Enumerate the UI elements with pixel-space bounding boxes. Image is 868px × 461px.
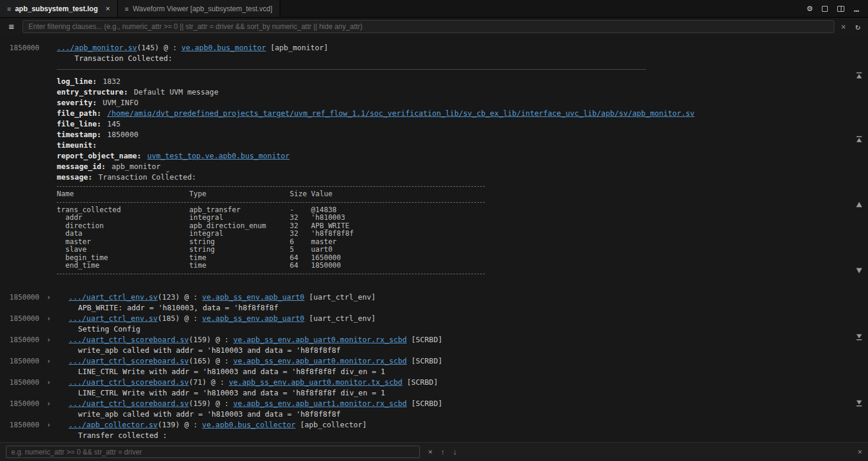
component-tag: [SCRBD] [407,378,438,387]
table-row: addrintegral32'h810003 [57,214,868,222]
log-entry: 1850000› .../apb_collector.sv(139) @ : v… [0,420,868,441]
component-tag: [apb_monitor] [270,43,328,52]
detail-row: entry_structure:Default UVM message [57,87,868,98]
spacer [0,278,868,292]
scroll-to-top-icon[interactable] [855,71,863,79]
entry-header: .../uart_ctrl_scoreboard.sv(165) @ : ve.… [69,356,868,366]
table-row: slavestring5uart0 [57,246,868,254]
chevron-right-icon[interactable]: › [47,313,51,335]
detail-row: message_id:apb_monitor [57,161,868,172]
entry-details: log_line:1832 entry_structure:Default UV… [57,76,868,183]
chevron-right-icon[interactable]: › [47,356,51,377]
table-row: dataintegral32'h8f8f8f8f [57,230,868,238]
log-entry: 1850000› .../uart_ctrl_env.sv(123) @ : v… [0,292,868,313]
entry-header: .../uart_ctrl_scoreboard.sv(159) @ : ve.… [69,398,868,409]
report-object-link[interactable]: ve.apb0.bus_monitor [182,43,266,52]
entry-header: .../uart_ctrl_scoreboard.sv(159) @ : ve.… [69,335,868,345]
source-file-link[interactable]: .../uart_ctrl_scoreboard.sv [69,335,189,344]
source-file-link[interactable]: .../uart_ctrl_scoreboard.sv [69,399,189,408]
detail-row: file_path:/home/amiq/dvt_predefined_proj… [57,108,868,119]
report-object-name-link[interactable]: uvm_test_top.ve.apb0.bus_monitor [147,151,290,160]
entry-timestamp: 1850000 [9,420,40,441]
source-file-link[interactable]: .../apb_collector.sv [69,420,158,429]
log-entry-expanded: 1850000 › .../apb_monitor.sv(145) @ : ve… [0,43,868,278]
float-window-icon[interactable] [822,6,828,12]
scroll-to-bottom-icon[interactable] [855,332,863,340]
window-controls: ⚙ … [799,0,868,17]
at-separator: @ : [164,43,177,52]
log-content[interactable]: 1850000 › .../apb_monitor.sv(145) @ : ve… [0,35,868,442]
entry-header: .../apb_collector.sv(139) @ : ve.apb0.bu… [69,420,868,430]
chevron-right-icon[interactable]: › [47,292,51,313]
log-viewer-app: ≡ apb_subsystem_test.log × ≡ Waveform Vi… [0,0,868,461]
source-file-link[interactable]: .../uart_ctrl_env.sv [69,314,158,323]
chevron-right-icon[interactable]: › [47,377,51,398]
scroll-down-icon[interactable] [855,266,863,274]
chevron-right-icon[interactable]: › [47,420,51,441]
log-entry: 1850000› .../uart_ctrl_env.sv(185) @ : v… [0,313,868,335]
component-tag: [SCRBD] [412,399,443,408]
entry-message: Setting Config [69,324,868,335]
tab-bar-spacer [280,0,799,17]
detail-row: report_object_name:uvm_test_top.ve.apb0.… [57,151,868,161]
entry-timestamp: 1850000 [9,356,40,377]
source-file-link[interactable]: .../uart_ctrl_env.sv [69,293,158,301]
find-bar: × ↑ ↓ × [0,442,868,461]
details-divider [57,69,646,70]
tab-waveform-viewer[interactable]: ≡ Waveform Viewer [apb_subsystem_test.vc… [118,0,280,17]
find-next-icon[interactable]: ↓ [453,447,457,456]
filter-input[interactable] [22,20,834,33]
entry-message: LINE_CTRL Write with addr = 'h810003 and… [69,366,868,377]
clear-filter-icon[interactable]: × [839,22,847,31]
chevron-right-icon[interactable]: › [47,335,51,356]
report-object-link[interactable]: ve.apb_ss_env.apb_uart1.monitor.rx_scbd [233,399,407,408]
chevron-down-icon[interactable]: › [0,170,173,174]
refresh-icon[interactable]: ↻ [853,22,863,31]
report-object-link[interactable]: ve.apb_ss_env.apb_uart0 [202,293,305,301]
component-tag: [uart_ctrl_env] [309,314,375,323]
find-input[interactable] [6,446,420,458]
file-path-link[interactable]: /home/amiq/dvt_predefined_projects_targe… [107,109,694,118]
clear-find-icon[interactable]: × [428,447,433,456]
tab-log-file[interactable]: ≡ apb_subsystem_test.log × [0,0,118,17]
entry-message: Transfer collected : [69,430,868,441]
split-editor-icon[interactable] [837,6,844,12]
report-object-link[interactable]: ve.apb0.bus_collector [202,420,296,429]
detail-row: timestamp:1850000 [57,129,868,140]
table-row: begin_timetime641650000 [57,254,868,262]
table-header-row: NameTypeSizeValue [57,190,868,199]
entry-timestamp: 1850000 [9,43,40,278]
tab-label: apb_subsystem_test.log [15,5,98,13]
dashed-separator [57,186,485,187]
gear-icon[interactable]: ⚙ [807,4,812,13]
detail-row: timeunit: [57,140,868,151]
source-file-link[interactable]: .../apb_monitor.sv [57,43,137,52]
report-object-link[interactable]: ve.apb_ss_env.apb_uart0.monitor.rx_scbd [233,335,407,344]
dashed-separator [57,202,485,203]
close-tab-icon[interactable]: × [105,4,110,13]
source-file-link[interactable]: .../uart_ctrl_scoreboard.sv [69,356,189,365]
filter-menu-icon[interactable]: ≡ [5,21,18,32]
filter-bar: ≡ × ↻ [0,18,868,35]
chevron-right-icon[interactable]: › [47,398,51,420]
detail-row: severity:UVM_INFO [57,98,868,108]
log-entry: 1850000› .../uart_ctrl_scoreboard.sv(159… [0,335,868,356]
scroll-to-bottom-icon[interactable] [855,398,863,407]
detail-row: message:Transaction Collected: [57,172,868,183]
more-actions-icon[interactable]: … [854,4,860,14]
log-file-icon: ≡ [7,5,11,12]
close-find-bar-icon[interactable]: × [857,447,862,456]
component-tag: [SCRBD] [412,356,443,365]
source-file-link[interactable]: .../uart_ctrl_scoreboard.sv [69,378,189,387]
scroll-to-top-icon[interactable] [855,135,863,143]
report-object-link[interactable]: ve.apb_ss_env.apb_uart0.monitor.tx_scbd [229,378,403,387]
transaction-table: NameTypeSizeValue trans_collectedapb_tra… [57,186,868,274]
source-line-number: (145) [137,43,159,52]
scroll-up-icon[interactable] [855,200,863,208]
table-row: masterstring6master [57,238,868,246]
report-object-link[interactable]: ve.apb_ss_env.apb_uart0 [202,314,305,323]
report-object-link[interactable]: ve.apb_ss_env.apb_uart0.monitor.rx_scbd [233,356,407,365]
find-previous-icon[interactable]: ↑ [441,447,445,456]
entry-timestamp: 1850000 [9,398,40,420]
log-entry: 1850000› .../uart_ctrl_scoreboard.sv(71)… [0,377,868,398]
